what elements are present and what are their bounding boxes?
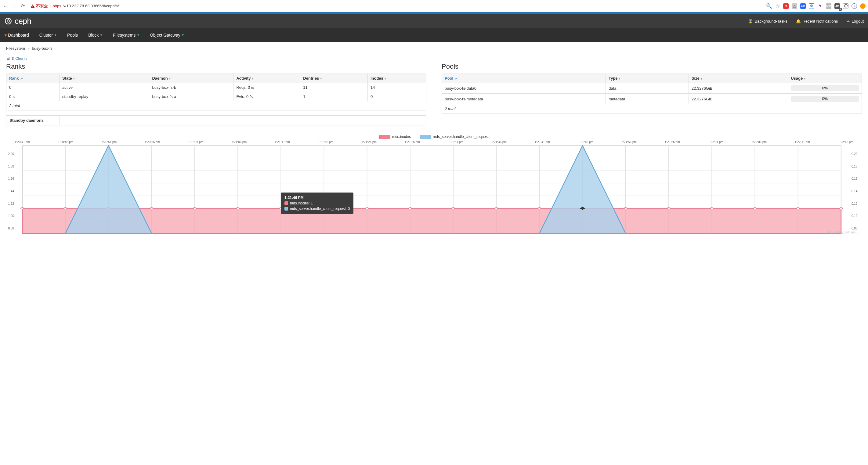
x-tick: 1:20:41 pm	[14, 141, 30, 144]
x-tick: 1:22:01 pm	[708, 141, 723, 144]
ext-icon-jb[interactable]: JB5	[834, 3, 840, 9]
svg-point-3	[7, 20, 9, 22]
x-tick: 1:22:16 pm	[838, 141, 854, 144]
y-tick-right: 0.12	[851, 202, 857, 205]
svg-point-37	[150, 208, 153, 209]
col-type[interactable]: Type♦	[606, 74, 689, 83]
svg-point-51	[753, 208, 756, 209]
nav-cluster[interactable]: Cluster ▼	[39, 33, 57, 37]
pools-footer: 2 total	[442, 104, 862, 114]
nav-block[interactable]: Block ▼	[88, 33, 102, 37]
x-tick: 1:21:51 pm	[621, 141, 637, 144]
nav-object-gateway[interactable]: Object Gateway ▼	[150, 33, 184, 37]
table-row[interactable]: busy-box-fs-metadatametadata22.3276GiB0%	[442, 94, 862, 104]
col-activity[interactable]: Activity♦	[234, 74, 300, 83]
logout-link[interactable]: ↪ Logout	[846, 19, 864, 24]
x-tick: 1:21:26 pm	[405, 141, 420, 144]
reload-icon[interactable]: ⟳	[20, 3, 26, 9]
breadcrumb: Filesystem » busy-box-fs	[6, 46, 862, 51]
ranks-table: Rank↓≡ State♦ Daemon♦ Activity♦ Dentries…	[6, 73, 426, 111]
cell-inodes: 0	[368, 92, 426, 101]
nav-filesystems-label: Filesystems	[113, 33, 135, 37]
col-size[interactable]: Size♦	[688, 74, 788, 83]
col-state[interactable]: State♦	[60, 74, 149, 83]
tooltip-row-1: mds_server.handle_client_request: 0	[284, 207, 350, 211]
notifications-link[interactable]: 🔔 Recent Notifications	[796, 19, 838, 24]
app-header: ceph ⌛ Background-Tasks 🔔 Recent Notific…	[0, 14, 868, 28]
col-rank[interactable]: Rank↓≡	[6, 74, 60, 83]
x-tick: 1:21:06 pm	[231, 141, 247, 144]
ranks-panel: Ranks Rank↓≡ State♦ Daemon♦ Activity♦ De…	[6, 61, 426, 125]
col-dentries[interactable]: Dentries♦	[300, 74, 368, 83]
cell-type: metadata	[606, 94, 689, 104]
tooltip-label-1: mds_server.handle_client_request: 0	[290, 207, 350, 211]
table-row[interactable]: busy-box-fs-data0data22.3276GiB0%	[442, 83, 862, 94]
svg-point-46	[538, 208, 541, 209]
table-row[interactable]: 0-sstandby-replaybusy-box-fs-aEvts: 0 /s…	[6, 92, 426, 101]
col-daemon[interactable]: Daemon♦	[149, 74, 234, 83]
nav-dashboard[interactable]: ♥ Dashboard	[4, 33, 29, 37]
breadcrumb-root[interactable]: Filesystem	[6, 46, 25, 51]
chevron-down-icon: ▼	[137, 34, 140, 37]
sort-icon: ♦	[701, 77, 702, 80]
cell-usage: 0%	[788, 83, 862, 94]
ext-icon-info[interactable]: ⓘ	[843, 3, 848, 9]
chart-panel: mds.inodes mds_server.handle_client_requ…	[6, 134, 862, 235]
logout-label: Logout	[851, 19, 864, 24]
col-usage[interactable]: Usage♦	[788, 74, 862, 83]
chevron-down-icon: ▼	[100, 34, 102, 37]
cell-usage: 0%	[788, 94, 862, 104]
standby-label: Standby daemons	[6, 116, 60, 125]
x-tick: 1:21:21 pm	[361, 141, 377, 144]
monitor-icon: 🖥	[6, 56, 10, 61]
background-tasks-link[interactable]: ⌛ Background-Tasks	[748, 19, 787, 24]
ext-icon-opera[interactable]: O	[783, 3, 789, 9]
ext-icon-music[interactable]: ♪	[851, 3, 857, 9]
legend-item-requests[interactable]: mds_server.handle_client_request	[420, 134, 489, 139]
ext-icon-grey[interactable]: △	[792, 3, 797, 9]
sort-asc-icon: ↓≡	[20, 77, 22, 80]
x-tick: 1:21:56 pm	[665, 141, 680, 144]
chart-y-axis-right: 0.200.180.160.140.120.100.080.06	[851, 152, 862, 235]
ext-icon-gear[interactable]: ⚙	[809, 3, 814, 9]
nav-dashboard-label: Dashboard	[8, 33, 29, 37]
ranks-footer: 2 total	[6, 101, 426, 111]
ceph-logo-icon	[4, 17, 12, 25]
ext-icon-orange[interactable]	[860, 3, 866, 9]
zoom-icon[interactable]: 🔍	[766, 3, 772, 9]
chart-canvas[interactable]: 2.001.881.661.441.221.000.880.66 0.200.1…	[6, 144, 862, 235]
forward-icon[interactable]: →	[11, 3, 17, 9]
pools-table: Pool↓≡ Type♦ Size♦ Usage♦ busy-box-fs-da…	[442, 73, 862, 114]
cell-pool: busy-box-fs-data0	[442, 83, 606, 94]
brand-logo[interactable]: ceph	[4, 17, 31, 26]
cell-activity: Evts: 0 /s	[234, 92, 300, 101]
url-protocol: https	[53, 4, 61, 8]
address-bar[interactable]: 不安全 | https ://10.222.78.63:33665/#/ceph…	[28, 2, 764, 10]
legend-label-0: mds.inodes	[392, 134, 411, 139]
back-icon[interactable]: ←	[2, 3, 8, 9]
sort-icon: ♦	[169, 77, 170, 80]
svg-point-45	[495, 208, 497, 209]
sort-icon: ♦	[619, 77, 620, 80]
col-inodes[interactable]: Inodes♦	[368, 74, 426, 83]
chart-x-axis: 1:20:41 pm1:20:46 pm1:20:51 pm1:20:56 pm…	[6, 141, 862, 144]
ext-icon-rp[interactable]: RP	[826, 3, 831, 9]
bookmark-star-icon[interactable]: ☆	[775, 3, 781, 9]
svg-point-39	[236, 208, 239, 209]
ext-icon-feather[interactable]: ✎	[817, 3, 823, 9]
heart-icon: ♥	[4, 33, 7, 37]
nav-pools[interactable]: Pools	[67, 33, 78, 37]
ext-icon-fb[interactable]: FB	[800, 3, 806, 9]
table-row[interactable]: 0activebusy-box-fs-bReqs: 0 /s1114	[6, 83, 426, 92]
watermark-text: https://blog.csdn.net/...	[828, 231, 859, 234]
col-pool[interactable]: Pool↓≡	[442, 74, 606, 83]
legend-item-inodes[interactable]: mds.inodes	[379, 134, 411, 139]
notifications-label: Recent Notifications	[803, 19, 838, 24]
cell-size: 22.3276GiB	[688, 94, 788, 104]
x-tick: 1:20:46 pm	[58, 141, 73, 144]
clients-link[interactable]: 🖥 3 Clients	[6, 56, 862, 61]
y-tick-right: 0.10	[851, 214, 857, 218]
nav-object-gateway-label: Object Gateway	[150, 33, 180, 37]
cell-activity: Reqs: 0 /s	[234, 83, 300, 92]
nav-filesystems[interactable]: Filesystems ▼	[113, 33, 140, 37]
